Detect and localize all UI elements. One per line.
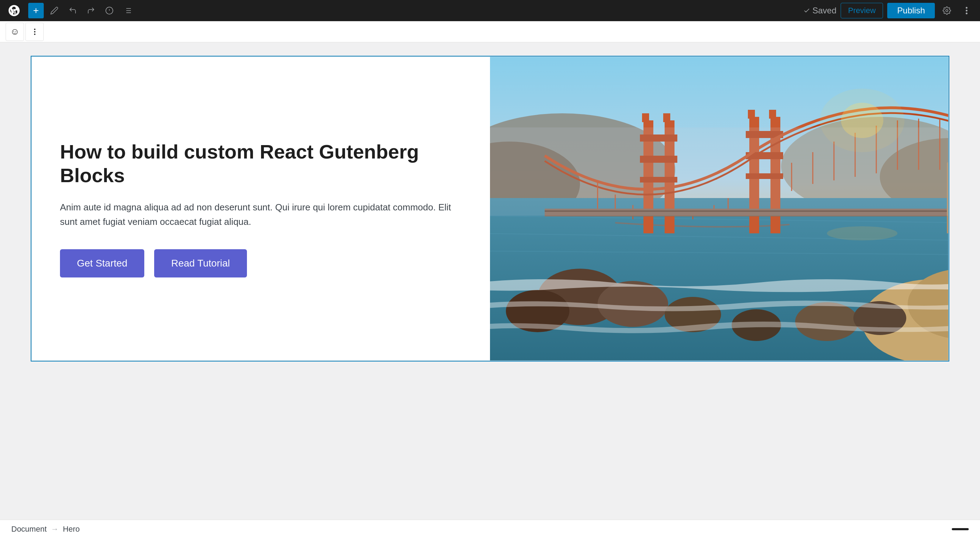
undo-icon — [68, 6, 77, 15]
gear-icon — [943, 6, 951, 15]
preview-button[interactable]: Preview — [841, 3, 883, 18]
more-options-button[interactable] — [959, 3, 974, 18]
status-right — [952, 528, 969, 530]
ellipsis-icon — [966, 6, 968, 15]
svg-point-13 — [34, 29, 35, 30]
svg-rect-46 — [748, 110, 755, 119]
redo-icon — [87, 6, 95, 15]
toolbar-right: Saved Preview Publish — [803, 3, 974, 18]
add-block-button[interactable]: + — [28, 3, 44, 18]
svg-point-69 — [827, 226, 897, 240]
checkmark-icon — [803, 7, 810, 14]
editor-canvas: How to build custom React Gutenberg Bloc… — [32, 56, 948, 361]
get-started-button[interactable]: Get Started — [60, 249, 144, 278]
block-smiley-button[interactable]: ☺ — [6, 22, 24, 41]
hero-description: Anim aute id magna aliqua ad ad non dese… — [60, 200, 462, 230]
top-toolbar: + — [0, 0, 980, 21]
list-view-button[interactable] — [120, 3, 135, 18]
resize-handle[interactable] — [952, 528, 969, 530]
vertical-dots-icon — [34, 28, 36, 35]
block-more-button[interactable] — [25, 22, 44, 41]
hero-title: How to build custom React Gutenberg Bloc… — [60, 140, 462, 187]
svg-point-10 — [966, 7, 968, 9]
saved-status: Saved — [803, 6, 837, 16]
svg-point-15 — [34, 34, 35, 35]
saved-text: Saved — [813, 6, 837, 16]
smiley-icon: ☺ — [10, 26, 20, 37]
svg-rect-47 — [769, 110, 776, 119]
settings-button[interactable] — [939, 3, 955, 18]
read-tutorial-button[interactable]: Read Tutorial — [154, 249, 247, 278]
breadcrumb-separator: → — [51, 525, 59, 534]
wp-logo[interactable] — [6, 0, 22, 21]
svg-rect-39 — [642, 113, 649, 122]
svg-point-12 — [966, 13, 968, 14]
edit-button[interactable] — [46, 3, 62, 18]
hero-buttons: Get Started Read Tutorial — [60, 249, 462, 278]
svg-point-9 — [946, 10, 948, 12]
info-button[interactable] — [102, 3, 117, 18]
publish-button[interactable]: Publish — [887, 3, 935, 18]
svg-point-29 — [598, 281, 668, 327]
block-toolbar: ☺ — [0, 21, 980, 42]
editor-area: How to build custom React Gutenberg Bloc… — [0, 42, 980, 520]
hero-image — [490, 57, 948, 361]
list-icon — [124, 6, 132, 15]
breadcrumb-page[interactable]: Hero — [63, 525, 80, 534]
status-bar: Document → Hero — [0, 520, 980, 538]
redo-button[interactable] — [83, 3, 99, 18]
svg-point-11 — [966, 10, 968, 12]
pen-icon — [50, 6, 59, 15]
plus-icon: + — [33, 5, 39, 16]
svg-point-14 — [34, 31, 35, 32]
hero-left-panel: How to build custom React Gutenberg Bloc… — [32, 57, 490, 361]
hero-block: How to build custom React Gutenberg Bloc… — [32, 57, 948, 361]
svg-point-68 — [820, 89, 905, 152]
undo-button[interactable] — [65, 3, 80, 18]
breadcrumb: Document → Hero — [11, 525, 80, 534]
svg-rect-40 — [663, 113, 670, 122]
hero-image-panel — [490, 57, 948, 361]
breadcrumb-document[interactable]: Document — [11, 525, 46, 534]
svg-point-32 — [795, 302, 859, 341]
info-icon — [105, 6, 114, 15]
